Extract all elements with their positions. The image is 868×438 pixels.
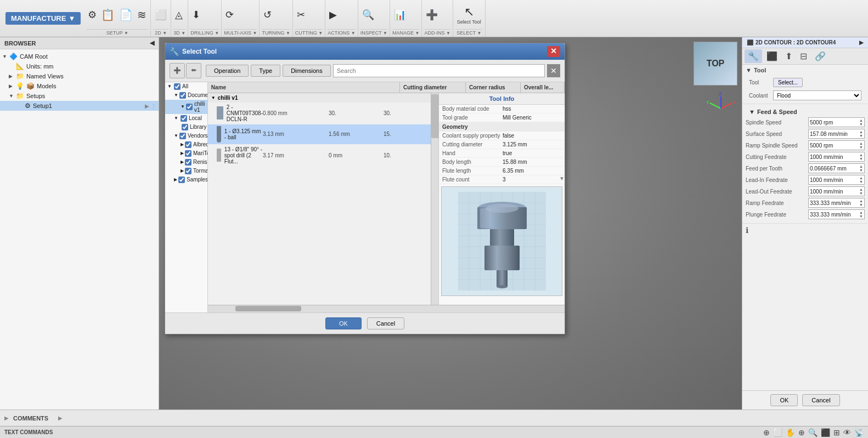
dialog-table-hscrollbar[interactable]	[208, 305, 565, 312]
lib-item-chilli[interactable]: ▼ chilli v1	[165, 100, 207, 114]
bottom-btn-4[interactable]: ⊕	[798, 428, 805, 437]
manage-btn[interactable]: 📊	[392, 8, 408, 22]
lib-item-renishaw[interactable]: ▶ Renishaw	[165, 158, 207, 167]
setup-btn-3[interactable]: 📄	[117, 7, 134, 22]
lib-check-renishaw[interactable]	[185, 159, 191, 166]
surface-speed-input[interactable]: 157.08 mm/min ▲▼	[808, 129, 865, 139]
plunge-feedrate-arrows[interactable]: ▲▼	[859, 211, 863, 218]
dialog-search-input[interactable]	[333, 64, 545, 77]
dialog-ok-button[interactable]: OK	[325, 317, 362, 329]
lib-check-local[interactable]	[181, 115, 187, 122]
lib-item-documents[interactable]: ▼ Documents	[165, 91, 207, 100]
lead-out-input[interactable]: 1000 mm/min ▲▼	[808, 186, 865, 196]
lead-in-arrows[interactable]: ▲▼	[859, 176, 863, 184]
tree-item-namedviews[interactable]: ▶ 📁 Named Views	[0, 71, 159, 81]
browser-collapse-icon[interactable]: ◀	[150, 39, 154, 47]
bottom-btn-9[interactable]: 📡	[854, 428, 864, 437]
lib-check-tormach[interactable]	[185, 168, 191, 174]
lib-item-samples[interactable]: ▶ Samples	[165, 175, 207, 184]
panel-tab-passes[interactable]: ⊟	[797, 49, 810, 63]
lib-item-local[interactable]: ▼ Local	[165, 114, 207, 123]
tool-group-chilli[interactable]: ▼ chilli v1	[208, 93, 431, 103]
ramp-spindle-input[interactable]: 5000 rpm ▲▼	[808, 140, 865, 150]
right-panel-ok-button[interactable]: OK	[770, 394, 798, 406]
manufacture-button[interactable]: MANUFACTURE ▼	[5, 12, 81, 25]
lib-check-maritool[interactable]	[185, 150, 191, 157]
3d-btn[interactable]: ◬	[173, 8, 184, 22]
spindle-speed-input[interactable]: 5000 rpm ▲▼	[808, 117, 865, 127]
bottom-btn-6[interactable]: ⬛	[821, 428, 830, 437]
plunge-feedrate-input[interactable]: 333.333 mm/min ▲▼	[808, 209, 865, 219]
tool-row-0[interactable]: 2 - CNMT09T308-DCLN-R 0.800 mm 30. 30.	[208, 103, 431, 124]
setup-btn-2[interactable]: 📋	[99, 7, 116, 22]
bottom-btn-5[interactable]: 🔍	[808, 428, 818, 437]
bottom-btn-3[interactable]: ✋	[786, 428, 795, 437]
bottom-btn-2[interactable]: ⬜	[773, 428, 782, 437]
inspect-btn[interactable]: 🔍	[360, 8, 376, 22]
expand-icon[interactable]: ▶	[4, 415, 9, 421]
spindle-speed-arrows[interactable]: ▲▼	[859, 118, 863, 126]
tree-item-setups[interactable]: ▼ 📁 Setups	[0, 91, 159, 101]
dialog-tab-dimensions[interactable]: Dimensions	[283, 65, 330, 77]
tool-row-2[interactable]: 13 - Ø1/8" 90° - spot drill (2 Flut... 3…	[208, 145, 431, 167]
dialog-tab-operation[interactable]: Operation	[206, 65, 249, 77]
tree-item-setup1[interactable]: ⚙ Setup1 ▶ ⋮	[0, 101, 159, 111]
viewport-cube[interactable]: TOP	[694, 42, 737, 86]
dialog-new-tool-btn[interactable]: ➕	[170, 63, 185, 78]
dialog-table-scrollbar[interactable]	[431, 93, 438, 305]
turning-btn[interactable]: ↺	[262, 8, 273, 22]
panel-tab-heights[interactable]: ⬆	[782, 49, 796, 63]
expand-icon-2[interactable]: ▶	[58, 415, 63, 421]
surface-speed-arrows[interactable]: ▲▼	[859, 130, 863, 138]
ramp-feedrate-arrows[interactable]: ▲▼	[859, 199, 863, 207]
select-btn[interactable]: ↖Select Tool	[455, 4, 483, 26]
dialog-tab-type[interactable]: Type	[251, 65, 280, 77]
dialog-cancel-button[interactable]: Cancel	[367, 317, 404, 329]
panel-tab-geometry[interactable]: ⬛	[763, 49, 781, 63]
actions-btn[interactable]: ▶	[328, 8, 339, 22]
lead-in-input[interactable]: 1000 mm/min ▲▼	[808, 175, 865, 185]
dialog-search-clear-btn[interactable]: ✕	[547, 64, 560, 77]
cutting-feedrate-arrows[interactable]: ▲▼	[859, 153, 863, 161]
tool-row-1[interactable]: 1 - Ø3.125 mm - ball 3.13 mm 1.56 mm 15.	[208, 124, 431, 145]
tree-item-units[interactable]: 📐 Units: mm	[0, 61, 159, 71]
addins-btn[interactable]: ➕	[424, 8, 439, 22]
lib-check-all[interactable]	[174, 83, 181, 90]
lib-check-library[interactable]	[182, 124, 188, 130]
lib-check-vendors[interactable]	[179, 133, 186, 139]
cutting-btn[interactable]: ✂	[295, 8, 307, 22]
setup-btn-4[interactable]: ≋	[136, 7, 148, 22]
bottom-btn-8[interactable]: 👁	[843, 428, 851, 437]
multiaxis-btn[interactable]: ⟳	[224, 8, 235, 22]
lib-item-maritool[interactable]: ▶ MariTool	[165, 149, 207, 158]
right-panel-cancel-button[interactable]: Cancel	[802, 394, 839, 406]
bottom-btn-7[interactable]: ⊞	[833, 428, 840, 437]
2d-btn[interactable]: ⬜	[153, 8, 168, 22]
contour-expand-icon[interactable]: ▶	[859, 39, 864, 45]
panel-tab-linking[interactable]: 🔗	[811, 49, 829, 63]
feed-per-tooth-input[interactable]: 0.0666667 mm ▲▼	[808, 163, 865, 173]
dialog-edit-tool-btn[interactable]: ✏	[186, 63, 201, 78]
lead-out-arrows[interactable]: ▲▼	[859, 187, 863, 195]
tree-item-camroot[interactable]: ▼ 🔷 CAM Root	[0, 52, 159, 61]
ramp-spindle-arrows[interactable]: ▲▼	[859, 141, 863, 149]
lib-check-samples[interactable]	[178, 177, 185, 183]
coolant-select[interactable]: Flood	[773, 90, 861, 100]
bottom-btn-1[interactable]: ⊕	[763, 428, 770, 437]
tool-select-button[interactable]: Select...	[773, 78, 803, 87]
dialog-close-button[interactable]: ✕	[547, 46, 560, 57]
feed-per-tooth-arrows[interactable]: ▲▼	[859, 164, 863, 172]
setup-btn-1[interactable]: ⚙	[86, 8, 98, 22]
lib-check-chilli[interactable]	[186, 104, 193, 110]
ramp-feedrate-input[interactable]: 333.333 mm/min ▲▼	[808, 198, 865, 208]
lib-item-tormach[interactable]: ▶ Tormach	[165, 167, 207, 175]
lib-item-all[interactable]: ▼ All	[165, 82, 207, 91]
panel-tab-tool[interactable]: 🔧	[745, 49, 762, 63]
lib-check-albrecht[interactable]	[185, 141, 191, 148]
lib-item-library[interactable]: Library	[165, 123, 207, 132]
lib-check-documents[interactable]	[179, 92, 186, 99]
cutting-feedrate-input[interactable]: 1000 mm/min ▲▼	[808, 152, 865, 162]
lib-item-albrecht[interactable]: ▶ Albrecht	[165, 140, 207, 149]
tree-item-models[interactable]: ▶ 💡 📦 Models	[0, 81, 159, 91]
drilling-btn[interactable]: ⬇	[190, 8, 202, 22]
